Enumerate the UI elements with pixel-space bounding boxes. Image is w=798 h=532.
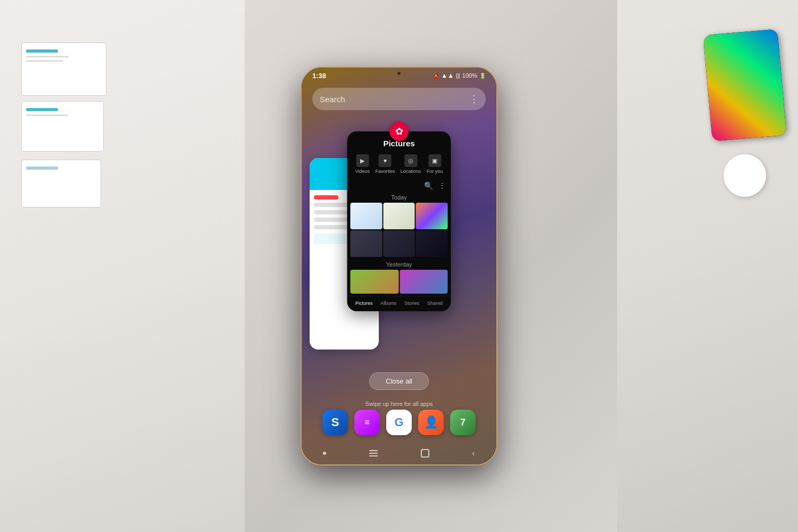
mute-icon: 🔕 bbox=[433, 73, 439, 79]
photo-thumb-2[interactable] bbox=[383, 203, 415, 229]
snowflake-icon: ✿ bbox=[395, 127, 403, 136]
yesterday-section-label: Yesterday bbox=[347, 259, 451, 270]
text-line-2 bbox=[314, 210, 350, 214]
photo-thumb-5[interactable] bbox=[383, 230, 415, 257]
dock-app-samsung-pay[interactable]: ≡ bbox=[354, 410, 380, 435]
yesterday-thumb-2[interactable] bbox=[400, 270, 448, 294]
nav-line-1 bbox=[369, 450, 378, 451]
nav-foryou[interactable]: ▣ For you bbox=[427, 154, 443, 174]
white-pod-device bbox=[724, 154, 766, 197]
secondary-phone bbox=[703, 29, 787, 141]
foryou-icon: ▣ bbox=[428, 154, 441, 167]
contacts-icon: 👤 bbox=[424, 415, 438, 429]
phone-screen: 1:38 🔕 ▲▲ ||| 100% 🔋 Search ⋮ bbox=[302, 68, 496, 464]
search-bar[interactable]: Search ⋮ bbox=[312, 88, 486, 110]
pay-icon: ≡ bbox=[364, 418, 369, 427]
photo-thumb-3[interactable] bbox=[416, 203, 448, 229]
yesterday-thumb-1[interactable] bbox=[351, 270, 399, 294]
paper-card-2 bbox=[21, 101, 104, 152]
google-icon: G bbox=[394, 415, 403, 429]
videos-label: Videos bbox=[355, 169, 370, 174]
pictures-app-card[interactable]: Pictures ▶ Videos ♥ Favorites ◎ bbox=[347, 131, 451, 311]
battery-icon: 🔋 bbox=[479, 73, 486, 79]
photo-thumb-4[interactable] bbox=[351, 230, 383, 257]
dock-app-google[interactable]: G bbox=[386, 410, 412, 435]
today-photos-grid bbox=[347, 203, 451, 259]
videos-icon: ▶ bbox=[356, 154, 369, 167]
secondary-phone-screen bbox=[703, 29, 787, 141]
paper-card-3 bbox=[21, 160, 101, 207]
nav-locations[interactable]: ◎ Locations bbox=[401, 154, 421, 174]
nav-recents-button[interactable] bbox=[369, 450, 378, 456]
close-all-label: Close all bbox=[386, 377, 412, 385]
more-options-icon[interactable]: ⋮ bbox=[438, 181, 446, 190]
search-placeholder: Search bbox=[320, 95, 469, 104]
phone-camera bbox=[397, 72, 401, 75]
tab-stories[interactable]: Stories bbox=[404, 301, 419, 306]
paper-stack bbox=[21, 43, 117, 160]
tab-shared[interactable]: Shared bbox=[427, 301, 443, 306]
dock-app-samsung-notes[interactable]: S bbox=[322, 410, 348, 435]
app-badge-bixby[interactable]: ✿ bbox=[389, 122, 409, 141]
tab-albums[interactable]: Albums bbox=[380, 301, 396, 306]
dock-app-contacts[interactable]: 👤 bbox=[418, 410, 444, 435]
navigation-bar[interactable]: ‹ bbox=[302, 448, 496, 458]
nav-line-2 bbox=[369, 453, 378, 454]
samsung-notes-icon: S bbox=[331, 415, 339, 429]
nav-dot-button[interactable] bbox=[323, 452, 326, 455]
close-all-button[interactable]: Close all bbox=[369, 372, 429, 390]
dock-apps: S ≡ G 👤 7 bbox=[302, 410, 496, 435]
signal-icon: ||| bbox=[456, 73, 460, 79]
status-time: 1:38 bbox=[312, 72, 326, 80]
wifi-icon: ▲▲ bbox=[441, 72, 454, 79]
today-section-label: Today bbox=[347, 192, 451, 203]
foryou-label: For you bbox=[427, 169, 443, 174]
text-line-accent bbox=[314, 195, 338, 200]
favorites-icon: ♥ bbox=[379, 154, 392, 167]
text-line-4 bbox=[314, 225, 350, 229]
desk-right bbox=[617, 0, 798, 532]
nav-videos[interactable]: ▶ Videos bbox=[355, 154, 370, 174]
nav-back-button[interactable]: ‹ bbox=[472, 448, 475, 458]
yesterday-photos-grid bbox=[347, 270, 451, 296]
favorites-label: Favorites bbox=[375, 169, 395, 174]
search-more-icon[interactable]: ⋮ bbox=[469, 93, 478, 105]
main-phone-container: 1:38 🔕 ▲▲ ||| 100% 🔋 Search ⋮ bbox=[301, 66, 497, 466]
pictures-toolbar: 🔍 ⋮ bbox=[347, 179, 451, 192]
status-bar: 1:38 🔕 ▲▲ ||| 100% 🔋 bbox=[302, 68, 496, 84]
nav-line-3 bbox=[369, 455, 378, 456]
tab-pictures[interactable]: Pictures bbox=[355, 301, 373, 306]
phone-body: 1:38 🔕 ▲▲ ||| 100% 🔋 Search ⋮ bbox=[301, 66, 497, 466]
pictures-bottom-nav[interactable]: Pictures Albums Stories Shared bbox=[347, 296, 451, 311]
paper-card-1 bbox=[21, 43, 106, 96]
swipe-up-text: Swipe up here for all apps bbox=[365, 401, 433, 407]
locations-label: Locations bbox=[401, 169, 421, 174]
photo-thumb-1[interactable] bbox=[351, 203, 383, 229]
status-icons: 🔕 ▲▲ ||| 100% 🔋 bbox=[433, 72, 486, 79]
dock-app-calendar[interactable]: 7 bbox=[450, 410, 476, 435]
photo-thumb-6[interactable] bbox=[416, 230, 448, 257]
pictures-nav[interactable]: ▶ Videos ♥ Favorites ◎ Locations ▣ bbox=[347, 152, 451, 179]
battery-indicator: 100% bbox=[462, 72, 477, 79]
locations-icon: ◎ bbox=[404, 154, 417, 167]
search-toolbar-icon[interactable]: 🔍 bbox=[424, 181, 433, 190]
nav-home-button[interactable] bbox=[421, 449, 429, 458]
desk-left bbox=[0, 0, 245, 532]
nav-favorites[interactable]: ♥ Favorites bbox=[375, 154, 395, 174]
calendar-icon: 7 bbox=[460, 417, 466, 428]
recents-area[interactable]: ✿ Pictures ▶ Videos ♥ Favorites bbox=[302, 115, 496, 464]
